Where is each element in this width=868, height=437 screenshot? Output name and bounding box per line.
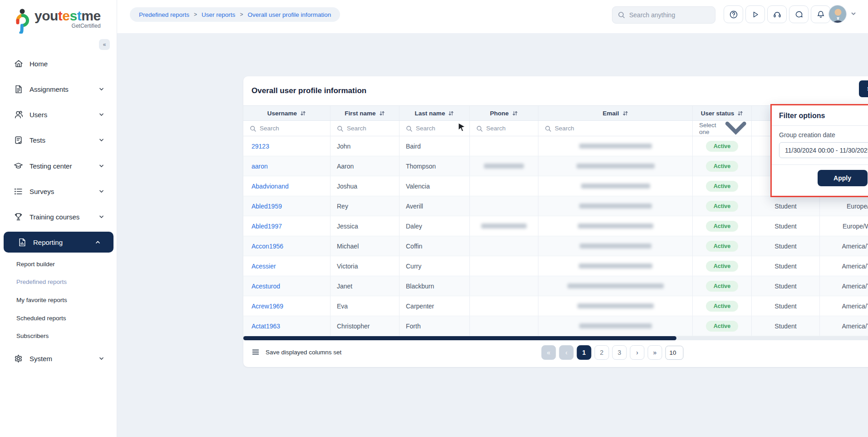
pagination-prev-button[interactable]: ‹	[559, 345, 573, 360]
global-search[interactable]	[612, 6, 715, 24]
username-link[interactable]: Accon1956	[252, 243, 283, 250]
username-link[interactable]: Acrew1969	[252, 303, 283, 310]
username-link[interactable]: aaron	[252, 163, 268, 170]
last-name-text: Blackburn	[406, 283, 434, 290]
cell-role: Student	[752, 276, 820, 296]
username-link[interactable]: Abled1959	[252, 203, 282, 210]
sidebar-item-training-courses[interactable]: Training courses	[0, 206, 117, 227]
cell-last-name: Baird	[399, 136, 470, 156]
topbar-support-button[interactable]	[767, 5, 787, 23]
breadcrumb-link[interactable]: User reports	[202, 11, 235, 18]
cell-last-name: Curry	[399, 256, 470, 276]
role-text: Student	[774, 203, 796, 210]
logo-letters: e	[62, 8, 69, 23]
schedule-report-button[interactable]: Schedule report	[859, 80, 868, 97]
table-row: Actat1963ChristopherForthActiveStudentAm…	[243, 316, 868, 336]
topbar-help-button[interactable]	[724, 5, 743, 23]
cell-phone	[470, 176, 538, 196]
last-name-text: Forth	[406, 323, 421, 330]
cell-timezone: America/Toronto	[820, 236, 868, 256]
cell-first-name: John	[330, 136, 399, 156]
save-columns-button[interactable]: Save displayed columns set	[252, 348, 341, 356]
sidebar-collapse-button[interactable]: «	[99, 39, 110, 50]
username-link[interactable]: Acessier	[252, 263, 276, 270]
sidebar-subitem-scheduled-reports[interactable]: Scheduled reports	[16, 315, 66, 322]
sidebar-item-assignments[interactable]: Assignments	[0, 79, 117, 99]
sidebar-item-label: Training courses	[30, 213, 79, 221]
apply-button[interactable]: Apply	[818, 170, 868, 186]
cell-username: Accon1956	[243, 236, 330, 256]
username-link[interactable]: 29123	[252, 143, 269, 150]
column-header-user-status[interactable]: User status	[693, 106, 752, 120]
cell-email	[538, 156, 693, 176]
avatar-chevron-down-icon[interactable]	[851, 11, 856, 16]
role-text: Student	[774, 303, 796, 310]
sidebar-item-surveys[interactable]: Surveys	[0, 181, 117, 202]
column-header-label: Phone	[490, 110, 508, 117]
column-header-last-name[interactable]: Last name	[399, 106, 470, 120]
search-icon	[406, 125, 412, 132]
page-size-select[interactable]: 10	[665, 346, 683, 360]
sidebar-subitem-subscribers[interactable]: Subscribers	[16, 333, 49, 339]
sidebar-item-system[interactable]: System	[0, 348, 117, 369]
sidebar-item-users[interactable]: Users	[0, 104, 117, 125]
cell-first-name: Aaron	[330, 156, 399, 176]
pagination-first-button[interactable]: «	[541, 345, 556, 360]
horizontal-scrollbar-thumb[interactable]	[243, 336, 676, 340]
last-name-text: Coffin	[406, 243, 422, 250]
username-link[interactable]: Acesturod	[252, 283, 280, 290]
pagination-page-1[interactable]: 1	[577, 345, 591, 360]
search-icon	[545, 125, 551, 132]
column-search-input[interactable]	[555, 125, 591, 132]
global-search-input[interactable]	[629, 11, 702, 19]
cell-username: Abled1997	[243, 216, 330, 236]
column-search-input[interactable]	[486, 125, 523, 132]
cell-email	[538, 236, 693, 256]
column-header-first-name[interactable]: First name	[330, 106, 399, 120]
first-name-text: John	[337, 143, 350, 150]
select-placeholder: Select one	[699, 122, 717, 135]
sidebar-item-home[interactable]: Home	[0, 53, 117, 74]
username-link[interactable]: Abled1997	[252, 223, 282, 230]
column-filter-username	[243, 121, 330, 136]
breadcrumb-link[interactable]: Predefined reports	[139, 11, 189, 18]
cell-username: Abadvionand	[243, 176, 330, 196]
topbar-chat-button[interactable]	[789, 5, 809, 23]
column-search-input[interactable]	[347, 125, 383, 132]
date-range-input[interactable]	[779, 142, 868, 158]
column-search-input[interactable]	[416, 125, 452, 132]
sidebar-subitem-predefined-reports[interactable]: Predefined reports	[16, 278, 67, 285]
cell-phone	[470, 256, 538, 276]
page-size-value: 10	[669, 349, 676, 356]
column-header-phone[interactable]: Phone	[470, 106, 538, 120]
sidebar-item-testing-center[interactable]: Testing center	[0, 155, 117, 176]
redacted-phone	[481, 223, 527, 228]
topbar-play-button[interactable]	[745, 5, 765, 23]
column-header-email[interactable]: Email	[538, 106, 693, 120]
sort-icon	[512, 110, 518, 116]
column-filter-email	[538, 121, 693, 136]
username-link[interactable]: Abadvionand	[252, 183, 289, 190]
cell-phone	[470, 156, 538, 176]
sidebar-item-reporting[interactable]: Reporting	[4, 232, 113, 253]
pagination-page-3[interactable]: 3	[612, 345, 626, 360]
sidebar-subitem-my-favorite-reports[interactable]: My favorite reports	[16, 297, 67, 303]
pagination-next-button[interactable]: ›	[630, 345, 644, 360]
role-text: Student	[774, 283, 796, 290]
user-status-select[interactable]: Select one	[699, 121, 751, 136]
column-header-username[interactable]: Username	[243, 106, 330, 120]
column-search-input[interactable]	[260, 125, 296, 132]
pagination-last-button[interactable]: »	[647, 345, 662, 360]
sidebar-item-tests[interactable]: Tests	[0, 129, 117, 150]
username-link[interactable]: Actat1963	[252, 323, 280, 330]
sidebar-subitem-report-builder[interactable]: Report builder	[16, 261, 55, 268]
redacted-phone	[484, 164, 524, 169]
breadcrumb-link[interactable]: Overall user profile information	[247, 11, 331, 18]
redacted-email	[577, 164, 655, 169]
sort-icon	[737, 110, 743, 116]
avatar[interactable]	[829, 5, 847, 23]
cell-email	[538, 136, 693, 156]
topbar-notifications-button[interactable]	[811, 5, 830, 23]
cell-user-status: Active	[693, 176, 752, 196]
pagination-page-2[interactable]: 2	[594, 345, 609, 360]
